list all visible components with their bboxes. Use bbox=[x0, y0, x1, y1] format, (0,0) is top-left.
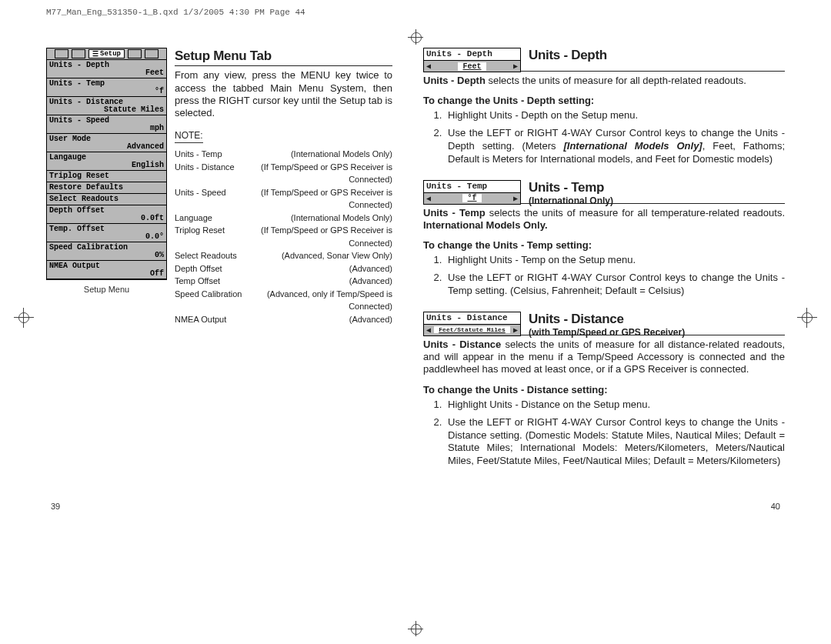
tab-icon bbox=[128, 49, 142, 58]
note-heading: NOTE: bbox=[175, 130, 203, 143]
note-row: Triplog Reset(If Temp/Speed or GPS Recei… bbox=[175, 224, 392, 249]
steps-depth: Highlight Units - Depth on the Setup men… bbox=[445, 109, 785, 166]
menu-row: Triplog Reset bbox=[47, 171, 166, 182]
arrow-right-icon: ▶ bbox=[513, 194, 518, 203]
title-units-temp: Units - Temp bbox=[529, 180, 785, 195]
menu-row: Temp. Offset0.0° bbox=[47, 224, 166, 242]
body-units-depth: Units - Depth selects the units of measu… bbox=[423, 75, 785, 87]
note-row: NMEA Output(Advanced) bbox=[175, 313, 392, 326]
menu-caption: Setup Menu bbox=[46, 285, 167, 294]
menu-row: Depth Offset0.0ft bbox=[47, 205, 166, 224]
menu-row: User ModeAdvanced bbox=[47, 134, 166, 152]
note-row: Speed Calibration(Advanced, only if Temp… bbox=[175, 288, 392, 313]
note-row: Units - Temp(International Models Only) bbox=[175, 148, 392, 161]
note-row: Depth Offset(Advanced) bbox=[175, 262, 392, 275]
subtitle-units-temp: (International Only) bbox=[529, 195, 785, 206]
note-row: Language(International Models Only) bbox=[175, 212, 392, 225]
print-header: M77_Man_Eng_531350-1_B.qxd 1/3/2005 4:30… bbox=[46, 8, 785, 17]
arrow-right-icon: ▶ bbox=[513, 62, 518, 71]
page-number-right: 40 bbox=[771, 502, 780, 511]
steps-heading-distance: To change the Units - Distance setting: bbox=[423, 384, 785, 395]
page-number-left: 39 bbox=[51, 502, 60, 511]
steps-heading-depth: To change the Units - Depth setting: bbox=[423, 95, 785, 106]
steps-heading-temp: To change the Units - Temp setting: bbox=[423, 239, 785, 251]
arrow-right-icon: ▶ bbox=[513, 325, 518, 335]
body-units-temp: Units - Temp selects the units of measur… bbox=[423, 207, 785, 232]
widget-units-temp: Units - Temp ◀°f▶ bbox=[423, 180, 521, 205]
menu-row: Speed Calibration0% bbox=[47, 242, 166, 261]
menu-row: Select Readouts bbox=[47, 194, 166, 205]
menu-row: Units - DistanceStatute Miles bbox=[47, 97, 166, 115]
menu-row: Units - Speedmph bbox=[47, 115, 166, 134]
arrow-left-icon: ◀ bbox=[426, 194, 431, 203]
arrow-left-icon: ◀ bbox=[426, 62, 431, 71]
widget-units-distance: Units - Distance ◀Feet/Statute Miles▶ bbox=[423, 312, 521, 336]
note-row: Units - Speed(If Temp/Speed or GPS Recei… bbox=[175, 186, 392, 212]
tab-setup: ☰ Setup bbox=[88, 49, 125, 58]
note-row: Units - Distance(If Temp/Speed or GPS Re… bbox=[175, 161, 392, 186]
note-row: Temp Offset(Advanced) bbox=[175, 275, 392, 288]
section-units-distance: Units - Distance ◀Feet/Statute Miles▶ Un… bbox=[423, 312, 785, 468]
arrow-left-icon: ◀ bbox=[426, 325, 431, 335]
note-table: Units - Temp(International Models Only)U… bbox=[175, 148, 392, 325]
steps-temp: Highlight Units - Temp on the Setup menu… bbox=[445, 254, 785, 298]
menu-row: Units - Temp°f bbox=[47, 78, 166, 97]
tab-icon bbox=[55, 49, 68, 58]
section-title-setup: Setup Menu Tab bbox=[175, 48, 392, 64]
menu-row: Restore Defaults bbox=[47, 182, 166, 194]
steps-distance: Highlight Units - Distance on the Setup … bbox=[445, 399, 785, 468]
body-units-distance: Units - Distance selects the units of me… bbox=[423, 339, 785, 376]
title-units-distance: Units - Distance bbox=[529, 312, 785, 327]
section-units-temp: Units - Temp ◀°f▶ Units - Temp (Internat… bbox=[423, 180, 785, 298]
menu-row: NMEA OutputOff bbox=[47, 261, 166, 279]
title-units-depth: Units - Depth bbox=[529, 48, 785, 63]
menu-tabbar: ☰ Setup bbox=[47, 48, 166, 60]
note-row: Select Readouts(Advanced, Sonar View Onl… bbox=[175, 249, 392, 262]
widget-units-depth: Units - Depth ◀Feet▶ bbox=[423, 48, 521, 72]
menu-row: LangaugeEnglish bbox=[47, 152, 166, 171]
subtitle-units-distance: (with Temp/Speed or GPS Receiver) bbox=[529, 327, 785, 338]
setup-menu-graphic: ☰ Setup Units - DepthFeetUnits - Temp°fU… bbox=[46, 48, 167, 482]
setup-intro: From any view, press the MENU key twice … bbox=[175, 69, 392, 119]
tab-icon bbox=[145, 49, 159, 58]
tab-icon bbox=[72, 49, 85, 58]
menu-row: Units - DepthFeet bbox=[47, 60, 166, 78]
section-units-depth: Units - Depth ◀Feet▶ Units - Depth Units… bbox=[423, 48, 785, 166]
